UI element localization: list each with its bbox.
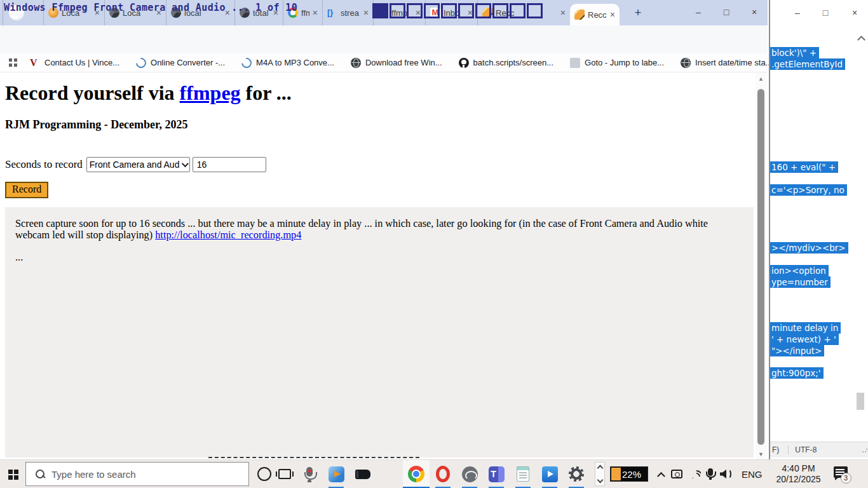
taskbar-app-button[interactable] [536,460,563,488]
editor-maximize-button[interactable]: □ [816,5,835,20]
cortana-button[interactable] [257,467,271,481]
ellipsis-text: ... [5,241,754,264]
taskbar-app-button[interactable] [403,460,430,488]
browser-toolbar: ← → ↻ rjmprogramming.com.au/recording_id… [0,25,768,53]
tab-close-icon[interactable]: × [313,8,318,17]
tab-close-icon[interactable]: × [610,10,615,19]
browser-tab[interactable]: strea × [322,0,373,25]
page-title: Record yourself via ffmpeg for ... [5,81,292,105]
start-button[interactable] [0,460,25,488]
browser-window: Loca × Loca × local × [0,0,768,459]
search-icon [35,469,45,479]
taskbar-search[interactable]: Type here to search [25,462,249,486]
tab-favicon [327,8,337,18]
editor-minimize-button[interactable]: – [788,5,807,20]
seconds-input[interactable] [193,157,266,172]
selected-code-line: ght:900px;' [770,367,824,379]
hidden-icons-chevron[interactable] [657,471,665,480]
taskbar-app-button[interactable] [510,460,536,488]
browser-minimize-button[interactable]: – [685,0,712,24]
bookmark-item[interactable]: Online Converter -... [128,58,233,68]
notification-badge: 3 [841,473,851,484]
volume-icon[interactable] [720,469,731,479]
action-center-button[interactable]: 3 [834,466,850,482]
scroll-down-chevron-icon[interactable] [597,477,604,484]
scroll-up-chevron-icon[interactable] [597,465,604,471]
taskbar-app-icon [436,466,450,482]
editor-window: – □ × block')\" + .getElementById 160 + … [769,0,868,459]
taskbar-app-icon [542,466,558,482]
selected-code-line: ' + newext) + ' [770,334,839,345]
tab-close-icon[interactable]: × [560,8,566,17]
taskbar-app-icon [355,470,370,479]
taskbar-app-button[interactable] [456,460,483,488]
selected-code-line: minute delay in [770,322,841,334]
taskbar-app-button[interactable] [563,460,590,488]
selected-code-line: .getElementById [770,58,845,70]
bookmark-favicon [240,55,254,70]
tab-close-icon[interactable]: × [363,8,369,17]
bookmark-item[interactable]: M4A to MP3 Conve... [233,58,342,68]
progress-square [390,3,405,18]
browser-tab[interactable]: Recc × [570,4,620,25]
new-tab-button[interactable]: + [630,6,646,21]
microphone-tray-icon[interactable] [708,468,713,476]
editor-close-button[interactable]: × [845,5,864,20]
taskbar-clock[interactable]: 4:40 PM 20/12/2025 [771,463,826,485]
browser-maximize-button[interactable]: □ [713,0,740,24]
battery-fill [611,468,621,480]
bookmark-favicon [134,55,149,70]
wifi-icon[interactable] [689,470,701,478]
scrollbar-thumb[interactable] [757,89,764,445]
progress-square [424,3,440,18]
seconds-label: Seconds to record [5,158,83,171]
bookmark-item[interactable]: Download free Win... [342,58,451,68]
taskbar-toolbar-scroll[interactable] [595,462,605,486]
taskbar-app-button[interactable] [376,460,403,488]
selected-code-line: 160 + eval(" + [770,161,838,173]
taskbar-app-button[interactable] [430,460,456,488]
bookmark-item[interactable]: Insert date/time sta... [672,58,780,68]
bookmark-item[interactable]: batch.scripts/screen... [451,58,562,68]
scroll-up-arrow[interactable]: ▲ [756,76,766,82]
taskbar-app-icon [517,466,529,482]
taskbar-app-button[interactable] [349,460,376,488]
bookmark-item[interactable]: Goto - Jump to labe... [562,58,672,68]
progress-square [372,3,388,18]
tab-label: strea [341,8,360,18]
progress-square [492,3,508,18]
recording-link[interactable]: http://localhost/mic_recording.mp4 [155,229,301,241]
clock-date: 20/12/2025 [771,474,826,485]
bookmark-favicon [30,58,40,68]
selected-code-line: block')\" + [770,47,819,58]
resize-grip[interactable] [862,447,868,453]
taskbar-app-icon [569,466,584,482]
scroll-down-arrow[interactable]: ▼ [756,451,766,458]
annotation-progress-squares [372,3,543,18]
progress-square [510,3,526,18]
editor-scroll-up-icon[interactable] [857,36,865,44]
search-placeholder: Type here to search [51,469,136,480]
browser-close-button[interactable]: × [741,0,768,24]
record-button[interactable]: Record [5,182,48,198]
taskbar-app-button[interactable] [323,460,349,488]
chevron-down-icon [182,160,189,167]
page-scrollbar[interactable]: ▲ ▼ [756,72,766,459]
encoding-text: UTF-8 [795,445,817,454]
tab-label: Recc [588,10,607,20]
taskbar-app-icon [329,466,344,482]
editor-scrollbar-thumb[interactable] [857,393,864,410]
line-ending-text: F) [772,445,779,454]
source-select[interactable]: Front Camera and Audio [86,157,190,172]
ffmpeg-link[interactable]: ffmpeg [180,81,241,104]
selected-code-line: ype=number [770,276,831,288]
meet-now-icon[interactable] [671,470,682,478]
taskbar-app-icon [408,466,424,482]
taskbar-app-button[interactable] [483,460,510,488]
bookmark-label: Online Converter -... [151,58,225,67]
taskbar-app-button[interactable] [296,460,323,488]
language-indicator[interactable]: ENG [742,469,763,480]
task-view-button[interactable] [278,469,291,479]
page-content: Record yourself via ffmpeg for ... RJM P… [0,72,756,459]
bookmark-item[interactable]: Contact Us | Vince... [22,58,128,68]
